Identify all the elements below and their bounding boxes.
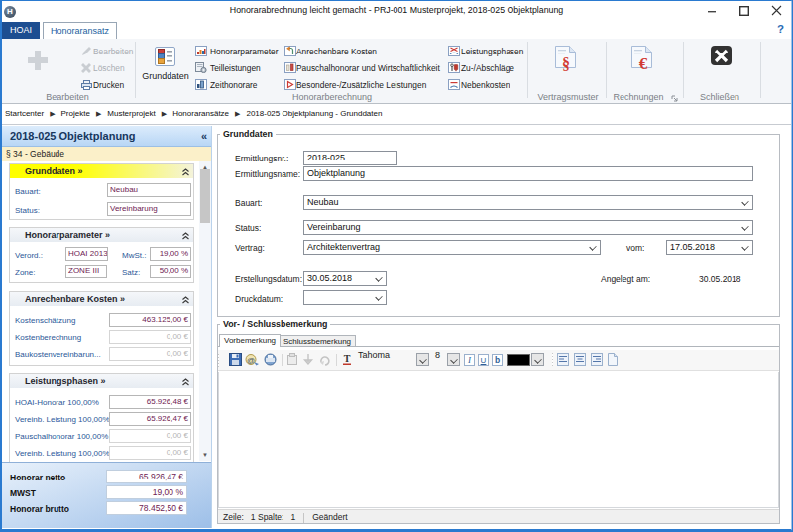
svg-text:§: § xyxy=(562,55,570,72)
svg-text:€: € xyxy=(639,54,648,73)
svg-text:@: @ xyxy=(247,356,255,365)
svg-text:T: T xyxy=(344,353,351,364)
